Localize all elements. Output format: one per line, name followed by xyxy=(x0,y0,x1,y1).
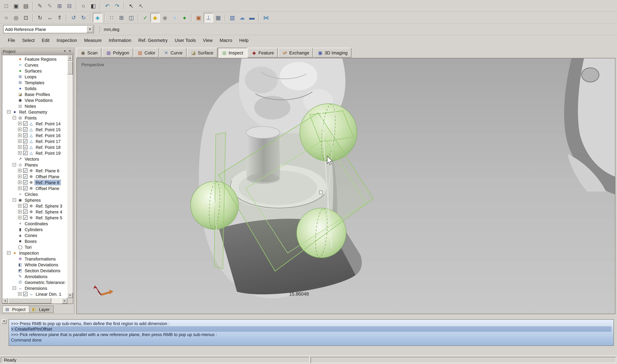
tree-checkbox[interactable]: ✓ xyxy=(23,139,27,143)
tree-item-surfaces[interactable]: ●Surfaces xyxy=(2,68,67,74)
tree-item-whole-deviations[interactable]: ◧Whole Deviations xyxy=(2,262,67,268)
tab-polygon[interactable]: ▦Polygon xyxy=(102,48,133,58)
tree-item-inspection[interactable]: −●Inspection xyxy=(2,250,67,256)
tree-expander[interactable]: + xyxy=(18,169,22,172)
tab-feature[interactable]: ◆Feature xyxy=(248,48,278,58)
tree-checkbox[interactable]: ✓ xyxy=(23,209,27,214)
split-view-button[interactable]: ◫ xyxy=(127,13,136,22)
scrollbar-thumb[interactable] xyxy=(8,298,51,304)
tree-expander[interactable]: + xyxy=(18,175,22,178)
tab-exchange[interactable]: ⇄Exchange xyxy=(278,48,313,58)
tree-item-solids[interactable]: ●Solids xyxy=(2,85,67,91)
chart-tool-button[interactable]: ▥ xyxy=(228,13,237,22)
scrollbar-thumb[interactable] xyxy=(67,61,73,74)
panel-tab-layer[interactable]: ◧Layer xyxy=(29,306,54,313)
hourglass-tool-button[interactable]: ⋈ xyxy=(261,13,271,22)
tree-item-dimensions[interactable]: −↔Dimensions xyxy=(2,285,67,291)
tree-item-ref-point-19[interactable]: +✓△Ref. Point 19 xyxy=(2,150,67,156)
tree-expander[interactable]: + xyxy=(18,292,22,296)
pan-view-button[interactable]: ↔ xyxy=(45,13,54,22)
tree-expander[interactable]: + xyxy=(18,134,22,137)
tree-item-ref-sphere-4[interactable]: +✓⊕Ref. Sphere 4 xyxy=(2,209,67,215)
tree-item-ref-plane-8[interactable]: +✓⊕Ref. Plane 8 xyxy=(2,179,67,185)
tree-expander[interactable]: − xyxy=(13,286,16,290)
dimension-value-label[interactable]: 15.86048 xyxy=(289,291,309,297)
tree-expander[interactable]: + xyxy=(18,139,22,143)
new-document-button[interactable]: □ xyxy=(1,1,11,11)
import-file-button[interactable]: ✎ xyxy=(35,1,45,11)
tree-expander[interactable]: + xyxy=(18,128,22,131)
tree-expander[interactable]: + xyxy=(18,186,22,190)
open-file-button[interactable]: ▣ xyxy=(11,1,21,11)
tree-expander[interactable]: + xyxy=(18,216,22,219)
tree-item-ref-point-16[interactable]: +✓△Ref. Point 16 xyxy=(2,132,67,138)
tab-color[interactable]: ▨Color xyxy=(133,48,159,58)
previous-view-button[interactable]: ⇑ xyxy=(55,13,64,22)
tree-vertical-scrollbar[interactable]: ▲ ▼ xyxy=(67,55,73,298)
tree-item-tori[interactable]: ◯Tori xyxy=(2,244,67,250)
tree-item-geometric-tolerance[interactable]: ∅Geometric Tolerance: xyxy=(2,279,67,285)
export-file-button[interactable]: ✎ xyxy=(45,1,54,11)
menu-ref-geometry[interactable]: Ref. Geometry xyxy=(135,37,171,44)
tree-expander[interactable]: − xyxy=(7,110,11,114)
tree-item-ref-plane-6[interactable]: +✓⊕Ref. Plane 6 xyxy=(2,168,67,173)
combobox-dropdown-icon[interactable]: ▼ xyxy=(87,26,93,33)
tree-checkbox[interactable]: ✓ xyxy=(23,169,27,173)
panel-menu-icon[interactable]: ▾ xyxy=(62,49,67,53)
tree-item-circles[interactable]: ○Circles xyxy=(2,191,67,197)
rotate-view-button[interactable]: ↻ xyxy=(35,13,45,22)
zoom-button[interactable]: ○ xyxy=(1,13,11,22)
tree-item-planes[interactable]: −◇Planes xyxy=(2,162,67,168)
spin-left-button[interactable]: ↺ xyxy=(69,13,78,22)
point-select-button[interactable]: ∷ xyxy=(107,13,116,22)
tree-item-notes[interactable]: ▤Notes xyxy=(2,103,67,109)
shade-mode-button[interactable]: ◈ xyxy=(93,13,102,22)
menu-view[interactable]: View xyxy=(200,37,216,44)
tree-item-curves[interactable]: ≈Curves xyxy=(2,62,67,68)
tree-item-offset-plane[interactable]: +✓⊕Offset Plane xyxy=(2,185,67,191)
blob-tool-button[interactable]: ● xyxy=(170,13,179,22)
tree-item-coordinates[interactable]: +Coordinates xyxy=(2,221,67,226)
tab-surface[interactable]: ◪Surface xyxy=(187,48,217,58)
menu-macro[interactable]: Macro xyxy=(217,37,235,44)
tree-expander[interactable]: − xyxy=(13,198,16,202)
select-tool-button[interactable]: ↖ xyxy=(136,1,146,11)
tree-item-section-deviations[interactable]: ◩Section Deviations xyxy=(2,268,67,273)
panel-close-icon[interactable]: ✕ xyxy=(67,49,72,53)
tree-item-points[interactable]: −◎Points xyxy=(2,115,67,121)
tree-expander[interactable]: + xyxy=(18,181,22,184)
tree-item-loops[interactable]: ⊞Loops xyxy=(2,74,67,79)
tree-expander[interactable]: − xyxy=(7,251,11,255)
tree-item-ref-point-14[interactable]: +✓△Ref. Point 14 xyxy=(2,121,67,127)
tree-expander[interactable]: − xyxy=(13,116,16,119)
redo-button[interactable]: ↷ xyxy=(112,1,122,11)
erase-tool-button[interactable]: ◧ xyxy=(89,1,98,11)
tree-item-annotations[interactable]: ✎Annotations xyxy=(2,273,67,279)
menu-select[interactable]: Select xyxy=(19,37,38,44)
tree-item-ref-sphere-3[interactable]: +✓⊕Ref. Sphere 3 xyxy=(2,203,67,209)
tree-item-cones[interactable]: ▲Cones xyxy=(2,232,67,238)
cloud-tool-button[interactable]: ☁ xyxy=(237,13,247,22)
menu-help[interactable]: Help xyxy=(236,37,252,44)
tab-inspect[interactable]: ◎Inspect xyxy=(218,48,247,58)
tree-item-templates[interactable]: ⊞Templates xyxy=(2,79,67,85)
menu-measure[interactable]: Measure xyxy=(81,37,105,44)
tree-expander[interactable]: + xyxy=(18,210,22,213)
tree-checkbox[interactable]: ✓ xyxy=(23,145,27,149)
menu-file[interactable]: File xyxy=(5,37,18,44)
tree-expander[interactable]: + xyxy=(18,204,22,208)
ruler-tool-button[interactable]: ▬ xyxy=(247,13,257,22)
tree-expander[interactable]: − xyxy=(13,163,16,167)
tree-checkbox[interactable]: ✓ xyxy=(23,204,27,208)
tree-checkbox[interactable]: ✓ xyxy=(23,121,27,126)
tree-item-ref-point-17[interactable]: +✓△Ref. Point 17 xyxy=(2,138,67,144)
green-sphere-button[interactable]: ● xyxy=(180,13,189,22)
zoom-window-button[interactable]: ◎ xyxy=(11,13,21,22)
menu-information[interactable]: Information xyxy=(106,37,134,44)
panel-tab-project[interactable]: ▤Project xyxy=(2,306,29,313)
tree-checkbox[interactable]: ✓ xyxy=(23,186,27,190)
menu-user-tools[interactable]: User Tools xyxy=(171,37,199,44)
tree-checkbox[interactable]: ✓ xyxy=(23,215,27,220)
console-close-icon[interactable]: ✕ xyxy=(1,319,7,324)
mesh-select-button[interactable]: ⊞ xyxy=(117,13,126,22)
